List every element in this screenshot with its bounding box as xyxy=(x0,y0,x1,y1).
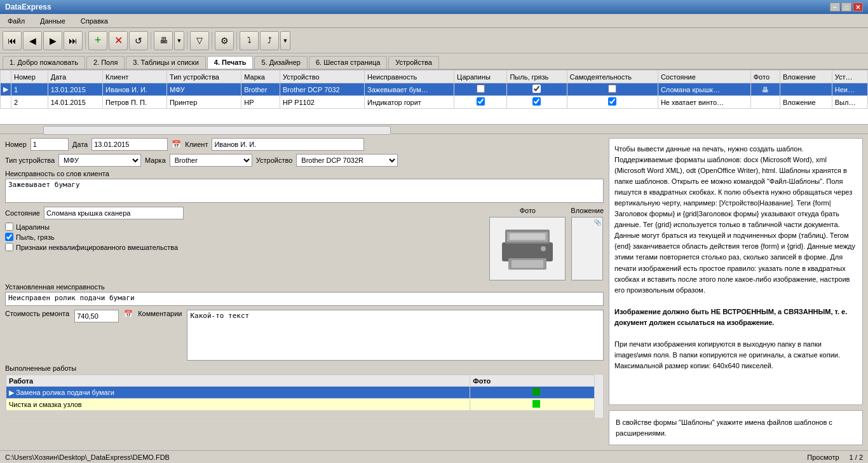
col-date[interactable]: Дата xyxy=(48,71,102,83)
work-row[interactable]: ▶ Замена ролика подачи бумаги xyxy=(6,387,603,399)
cell-self[interactable] xyxy=(567,83,658,96)
cell-self[interactable] xyxy=(567,96,658,109)
scratches-check[interactable] xyxy=(477,85,485,93)
tab-welcome[interactable]: 1. Добро пожаловать xyxy=(3,56,85,69)
tab-fields[interactable]: 2. Поля xyxy=(86,56,125,69)
device-type-select[interactable]: МФУ Принтер xyxy=(58,154,141,167)
print-dropdown[interactable]: ▼ xyxy=(174,31,184,50)
minimize-button[interactable]: − xyxy=(830,3,840,11)
cell-brand[interactable]: Brother xyxy=(241,83,280,96)
menu-data[interactable]: Данные xyxy=(35,16,71,26)
tab-devices[interactable]: Устройства xyxy=(388,56,439,69)
work-cell-work[interactable]: Чистка и смазка узлов xyxy=(6,399,470,411)
work-col-photo[interactable]: Фото xyxy=(470,375,603,387)
cell-device-type[interactable]: МФУ xyxy=(166,83,241,96)
work-row[interactable]: Чистка и смазка узлов xyxy=(6,399,603,411)
tab-page6[interactable]: 6. Шестая страница xyxy=(309,56,387,69)
calendar-icon[interactable]: 📅 xyxy=(172,140,181,149)
export-button[interactable]: ⤴ xyxy=(260,31,279,50)
cell-photo[interactable] xyxy=(750,96,780,109)
attachment-button[interactable]: 📎 xyxy=(593,219,601,226)
print-button[interactable]: 🖶 xyxy=(154,31,173,50)
cost-input[interactable] xyxy=(74,310,119,322)
import-button[interactable]: ⤵ xyxy=(240,31,259,50)
attachment-area[interactable]: 📎 xyxy=(571,217,603,280)
work-col-work[interactable]: Работа xyxy=(6,375,470,387)
cell-number[interactable]: 1 xyxy=(11,83,48,96)
state-input[interactable] xyxy=(44,207,184,219)
dust-check[interactable] xyxy=(532,85,541,93)
cell-device-type[interactable]: Принтер xyxy=(166,96,241,109)
scratches-check2[interactable] xyxy=(477,97,485,106)
cell-client[interactable]: Петров П. П. xyxy=(103,96,167,109)
device-select[interactable]: Brother DCP 7032R xyxy=(296,154,398,167)
cell-scratches[interactable] xyxy=(454,96,507,109)
cell-attachment[interactable]: Вложение xyxy=(780,96,832,109)
menu-help[interactable]: Справка xyxy=(76,16,113,26)
add-button[interactable]: + xyxy=(88,31,107,50)
col-brand[interactable]: Марка xyxy=(241,71,280,83)
self-check[interactable] xyxy=(608,85,616,93)
self-check2[interactable] xyxy=(608,97,616,106)
dust-check2[interactable] xyxy=(532,97,541,106)
menu-file[interactable]: Файл xyxy=(3,16,30,26)
table-row[interactable]: ▶ 1 13.01.2015 Иванов И. И. МФУ Brother … xyxy=(1,83,868,96)
work-cell-work[interactable]: ▶ Замена ролика подачи бумаги xyxy=(6,387,470,399)
cell-device[interactable]: Brother DCP 7032 xyxy=(280,83,365,96)
grid-scrollbar[interactable] xyxy=(0,124,868,134)
delete-button[interactable]: ✕ xyxy=(109,31,128,50)
col-fault[interactable]: Неисправность xyxy=(365,71,454,83)
work-cell-photo[interactable] xyxy=(470,387,603,399)
col-installed[interactable]: Уст… xyxy=(832,71,867,83)
photo-display[interactable] xyxy=(489,217,566,280)
maximize-button[interactable]: □ xyxy=(841,3,851,11)
client-input[interactable] xyxy=(212,138,364,151)
first-button[interactable]: ⏮ xyxy=(3,31,22,50)
col-photo[interactable]: Фото xyxy=(750,71,780,83)
number-input[interactable] xyxy=(31,138,69,151)
prev-button[interactable]: ◀ xyxy=(23,31,42,50)
next-button[interactable]: ▶ xyxy=(43,31,62,50)
col-device[interactable]: Устройство xyxy=(280,71,365,83)
refresh-button[interactable]: ↺ xyxy=(129,31,148,50)
cell-device[interactable]: HP P1102 xyxy=(280,96,365,109)
filter-button[interactable]: ▽ xyxy=(190,31,209,50)
col-client[interactable]: Клиент xyxy=(103,71,167,83)
cell-fault[interactable]: Индикатор горит xyxy=(365,96,454,109)
cell-state[interactable]: Не хватает винто… xyxy=(658,96,750,109)
last-button[interactable]: ⏭ xyxy=(64,31,83,50)
export-dropdown[interactable]: ▼ xyxy=(280,31,290,50)
cell-fault[interactable]: Зажевывает бум… xyxy=(365,83,454,96)
cell-installed[interactable]: Выл… xyxy=(832,96,867,109)
col-self[interactable]: Самодеятельность xyxy=(567,71,658,83)
cost-calendar-icon[interactable]: 📅 xyxy=(124,310,133,318)
tab-tables[interactable]: 3. Таблицы и списки xyxy=(126,56,205,69)
col-dust[interactable]: Пыль, грязь xyxy=(507,71,567,83)
cell-client[interactable]: Иванов И. И. xyxy=(103,83,167,96)
col-device-type[interactable]: Тип устройства xyxy=(166,71,241,83)
comments-textarea[interactable]: Какой-то текст xyxy=(187,310,604,361)
scratches-checkbox[interactable] xyxy=(5,223,13,231)
work-vscroll[interactable] xyxy=(594,375,603,418)
tab-designer[interactable]: 5. Дизайнер xyxy=(254,56,307,69)
cell-photo[interactable]: 🖶 xyxy=(750,83,780,96)
cell-number[interactable]: 2 xyxy=(11,96,48,109)
tab-print[interactable]: 4. Печать xyxy=(207,56,254,69)
cell-dust[interactable] xyxy=(507,96,567,109)
cell-brand[interactable]: HP xyxy=(241,96,280,109)
col-attachment[interactable]: Вложение xyxy=(780,71,832,83)
work-cell-photo[interactable] xyxy=(470,399,603,411)
col-number[interactable]: Номер xyxy=(11,71,48,83)
table-row[interactable]: 2 14.01.2015 Петров П. П. Принтер HP HP … xyxy=(1,96,868,109)
cell-attachment[interactable] xyxy=(780,83,832,96)
fault-textarea[interactable]: Зажевывает бумагу xyxy=(5,179,604,203)
cell-date[interactable]: 14.01.2015 xyxy=(48,96,102,109)
col-scratches[interactable]: Царапины xyxy=(454,71,507,83)
installed-fault-textarea[interactable]: Неисправен ролик подачи бумаги xyxy=(5,292,604,306)
close-button[interactable]: ✕ xyxy=(853,3,863,11)
brand-select[interactable]: Brother HP xyxy=(170,154,252,167)
col-state[interactable]: Состояние xyxy=(658,71,750,83)
cell-dust[interactable] xyxy=(507,83,567,96)
cell-scratches[interactable] xyxy=(454,83,507,96)
dust-checkbox[interactable] xyxy=(5,233,13,241)
